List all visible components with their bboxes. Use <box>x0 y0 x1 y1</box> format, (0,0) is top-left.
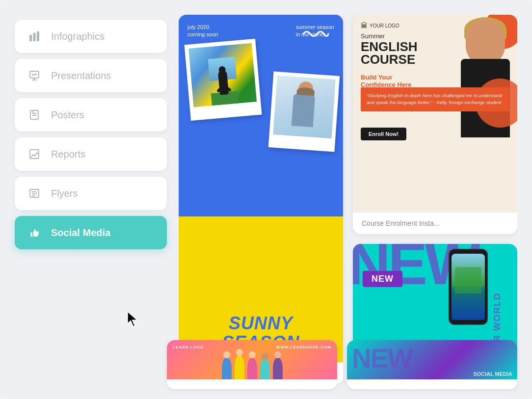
polaroid-image-2 <box>268 71 340 152</box>
card-bottom-second[interactable]: NEW SOCIAL MEDIA <box>347 340 517 389</box>
eng-heading-line2: COURSE <box>361 52 415 67</box>
presentation-icon <box>27 68 42 83</box>
bar-chart-icon <box>27 28 42 44</box>
eng-quote-text: "Studying English in-depth here has chal… <box>367 92 504 106</box>
figure-4 <box>260 359 270 379</box>
card-polaroid-image: july 2020coming soon summer seasonin our… <box>179 15 343 362</box>
flyers-label: Flyers <box>51 188 78 199</box>
learn-logo-image: LEARN LOGO WWW.LEARNHERE.COM <box>167 340 337 379</box>
svg-point-12 <box>32 111 34 113</box>
svg-rect-0 <box>29 35 32 41</box>
sidebar-item-infographics[interactable]: Infographics <box>15 20 167 53</box>
thumbs-up-icon <box>27 225 42 240</box>
sidebar-item-presentations[interactable]: Presentations <box>15 59 167 92</box>
polaroid-image-1 <box>185 39 262 121</box>
card-polaroid-story[interactable]: july 2020coming soon summer seasonin our… <box>179 15 343 384</box>
figure-5 <box>273 357 283 379</box>
figure-2 <box>235 355 244 379</box>
poster-icon <box>27 107 42 123</box>
phone-mockup <box>449 249 488 325</box>
new-badge-label: NEW <box>372 274 394 284</box>
reports-label: Reports <box>51 149 85 160</box>
figure-1 <box>222 357 232 379</box>
learn-logo-top-left: LEARN LOGO <box>173 345 204 349</box>
card-english-image: 🏛 YOUR LOGO Summer ENGLISH COURSE Build … <box>353 15 517 212</box>
infographics-label: Infographics <box>51 31 105 42</box>
report-icon <box>27 146 42 162</box>
eng-logo: 🏛 YOUR LOGO <box>361 22 399 29</box>
card-learn-logo[interactable]: LEARN LOGO WWW.LEARNHERE.COM <box>167 340 337 389</box>
app-container: Infographics Presentations <box>0 0 532 399</box>
enroll-button[interactable]: Enroll Now! <box>361 128 406 140</box>
phone-notch <box>463 251 473 253</box>
sidebar-item-posters[interactable]: Posters <box>15 98 167 132</box>
social-media-label: Social Media <box>51 227 110 239</box>
story-top-left: july 2020coming soon <box>187 24 218 39</box>
svg-rect-2 <box>37 31 39 41</box>
people-figures <box>167 352 337 379</box>
flyer-icon <box>27 186 42 201</box>
svg-line-8 <box>35 74 37 75</box>
bottom-partial-cards: LEARN LOGO WWW.LEARNHERE.COM NEW SOC <box>167 340 517 389</box>
content-area: july 2020coming soon summer seasonin our… <box>179 15 517 384</box>
figure-3 <box>247 357 257 379</box>
learn-logo-top-right: WWW.LEARNHERE.COM <box>276 345 331 349</box>
building-icon: 🏛 <box>361 22 368 29</box>
card-english-course[interactable]: 🏛 YOUR LOGO Summer ENGLISH COURSE Build … <box>353 15 517 234</box>
sidebar-item-reports[interactable]: Reports <box>15 137 167 171</box>
phone-screen <box>452 254 485 320</box>
presentations-label: Presentations <box>51 70 111 81</box>
bottom-second-image: NEW SOCIAL MEDIA <box>347 340 517 379</box>
sidebar-item-flyers[interactable]: Flyers <box>15 177 167 210</box>
new-badge: NEW <box>363 271 402 287</box>
svg-rect-1 <box>33 33 36 41</box>
eng-heading: ENGLISH COURSE <box>361 40 418 66</box>
eng-logo-text: YOUR LOGO <box>370 23 399 28</box>
eng-quote-box: "Studying English in-depth here has chal… <box>361 87 509 111</box>
card-english-footer-label: Course Enrolment Insta... <box>362 219 440 227</box>
wavy-line-icon <box>302 28 329 41</box>
eng-subheading: Build YourConfidence Here <box>361 74 411 88</box>
card-english-footer: Course Enrolment Insta... <box>353 212 517 234</box>
eng-title-prefix: Summer <box>361 32 385 40</box>
posters-label: Posters <box>51 109 84 121</box>
sidebar-item-social-media[interactable]: Social Media <box>15 216 167 249</box>
svg-rect-9 <box>30 110 38 119</box>
enroll-button-label: Enroll Now! <box>369 131 399 137</box>
sidebar: Infographics Presentations <box>15 15 167 384</box>
